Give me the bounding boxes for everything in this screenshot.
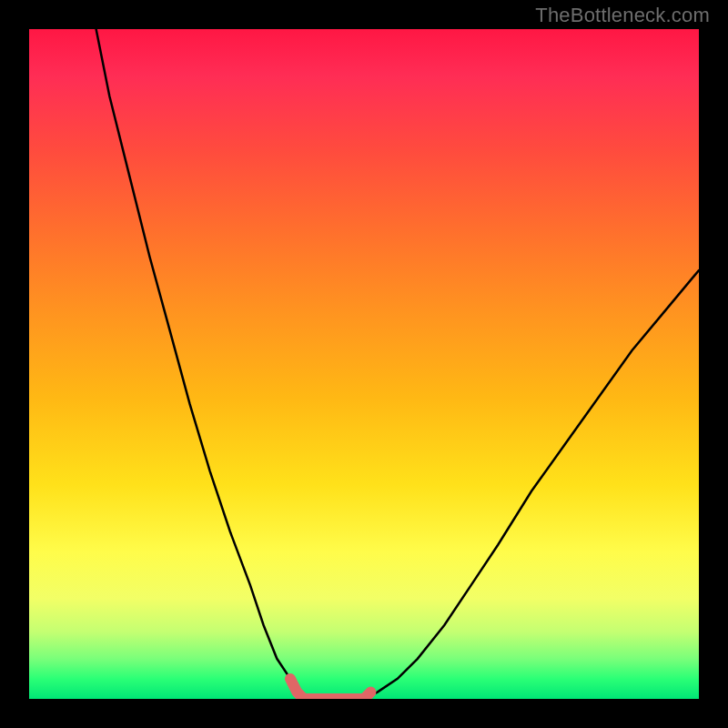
curve-left-branch (96, 29, 304, 699)
chart-svg (29, 29, 699, 699)
curve-right-branch (364, 270, 699, 699)
chart-frame: TheBottleneck.com (0, 0, 728, 728)
curve-highlight (290, 679, 370, 699)
watermark-label: TheBottleneck.com (535, 4, 710, 27)
plot-area (29, 29, 699, 699)
chart-series-group (96, 29, 699, 699)
